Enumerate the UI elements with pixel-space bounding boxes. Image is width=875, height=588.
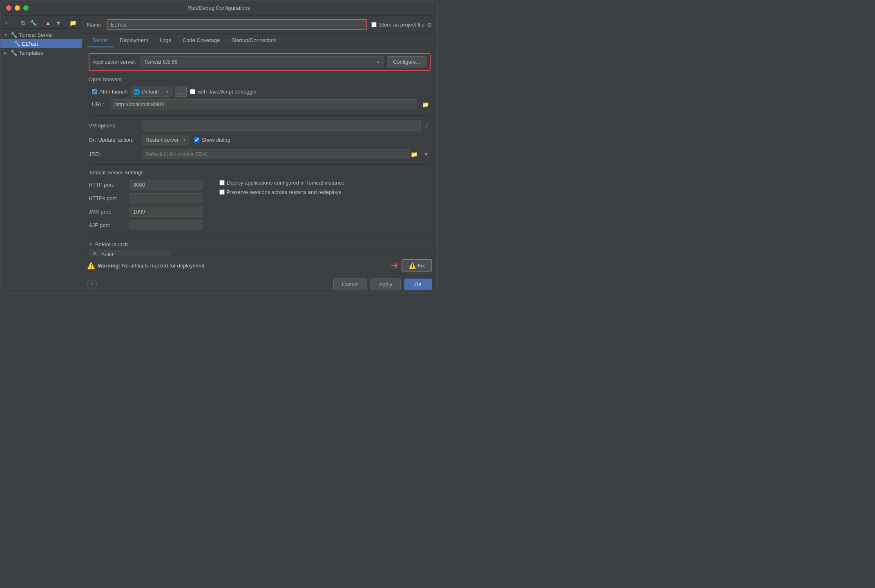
- sidebar-toolbar: + − ⧉ 🔧 ▲ ▼ 📁 ⇅: [0, 18, 82, 29]
- templates-expand-arrow: ▶: [4, 51, 10, 55]
- url-folder-icon[interactable]: 📁: [420, 100, 431, 109]
- js-debugger-checkbox[interactable]: [190, 89, 195, 94]
- move-down-button[interactable]: ▼: [54, 19, 63, 27]
- app-server-select[interactable]: Tomcat 8.5.65: [141, 56, 384, 67]
- show-dialog-checkbox[interactable]: [194, 137, 199, 143]
- warning-icon: ⚠️: [87, 262, 95, 270]
- jre-label: JRE:: [89, 151, 142, 157]
- deploy-tomcat-text: Deploy applications configured in Tomcat…: [227, 180, 344, 186]
- show-dialog-label[interactable]: Show dialog: [194, 137, 230, 143]
- browser-select-wrapper: 🌐 Default ▼: [131, 87, 172, 97]
- https-port-input[interactable]: [129, 193, 203, 203]
- remove-config-button[interactable]: −: [11, 19, 18, 27]
- arrow-indicator: ➜: [390, 260, 398, 271]
- update-action-row: On 'Update' action: Restart server ▼ Sho…: [89, 135, 431, 145]
- url-label: URL:: [92, 101, 108, 107]
- close-button[interactable]: [6, 5, 11, 11]
- sidebar-item-tomcat-server[interactable]: ▼ 🔧 Tomcat Server: [0, 30, 82, 39]
- jre-input[interactable]: [142, 149, 409, 159]
- tab-startup-connection[interactable]: Startup/Connection: [225, 34, 282, 47]
- http-port-label: HTTP port:: [89, 182, 129, 188]
- ports-left: HTTP port: HTTPs port: JMX port:: [89, 180, 203, 230]
- tomcat-icon: 🔧: [10, 31, 17, 38]
- name-label: Name:: [87, 22, 103, 28]
- http-port-row: HTTP port:: [89, 180, 203, 190]
- jre-dropdown-button[interactable]: ▼: [422, 150, 431, 158]
- copy-config-button[interactable]: ⧉: [19, 19, 27, 27]
- ports-grid: HTTP port: HTTPs port: JMX port:: [89, 180, 431, 230]
- warning-bar: ⚠️ Warning: No artifacts marked for depl…: [82, 256, 437, 275]
- http-port-input[interactable]: [129, 180, 203, 190]
- fix-button[interactable]: ⚠️ Fix: [402, 259, 432, 272]
- folder-button[interactable]: 📁: [68, 19, 78, 27]
- open-browser-section: Open browser After launch 🌐 Default ▼: [89, 76, 431, 109]
- build-label: Build: [101, 252, 113, 256]
- vm-options-input[interactable]: [142, 120, 421, 131]
- tab-logs[interactable]: Logs: [154, 34, 177, 47]
- sidebar: + − ⧉ 🔧 ▲ ▼ 📁 ⇅ ▼ 🔧 Tomcat Server 🔧: [0, 16, 82, 294]
- jre-folder-button[interactable]: 📁: [409, 150, 419, 158]
- apply-button[interactable]: Apply: [371, 278, 401, 290]
- js-debugger-label[interactable]: with JavaScript debugger: [190, 89, 257, 95]
- fix-icon: ⚠️: [409, 262, 416, 269]
- ajp-port-input[interactable]: [129, 220, 203, 230]
- jre-wrapper: [142, 149, 409, 159]
- sidebar-item-eltest[interactable]: 🔧 ELTest: [0, 39, 82, 48]
- move-up-button[interactable]: ▲: [43, 19, 52, 27]
- after-launch-checkbox[interactable]: [92, 89, 97, 94]
- wrench-button[interactable]: 🔧: [28, 19, 38, 27]
- deploy-tomcat-label[interactable]: Deploy applications configured in Tomcat…: [219, 180, 344, 186]
- app-server-label: Application server:: [93, 59, 136, 65]
- templates-icon: 🔧: [10, 49, 17, 56]
- browser-row: After launch 🌐 Default ▼ ... wit: [89, 87, 431, 97]
- fix-label: Fix: [418, 263, 425, 269]
- update-action-select-wrapper: Restart server ▼: [142, 135, 189, 145]
- jre-buttons: 📁 ▼: [409, 150, 431, 158]
- vm-options-expand-button[interactable]: ⤢: [422, 122, 431, 130]
- jmx-port-row: JMX port:: [89, 207, 203, 217]
- warning-label: Warning:: [98, 263, 121, 269]
- tab-server[interactable]: Server: [87, 34, 114, 47]
- after-launch-label: After launch: [99, 89, 127, 95]
- url-row: URL: 📁: [89, 99, 431, 109]
- tomcat-settings-title: Tomcat Server Settings: [89, 169, 431, 176]
- update-action-select[interactable]: Restart server: [142, 135, 189, 145]
- divider-2: [89, 164, 431, 165]
- tomcat-settings-section: Tomcat Server Settings HTTP port: HTTPs …: [89, 169, 431, 230]
- gear-icon[interactable]: ⚙: [427, 22, 432, 28]
- url-input[interactable]: [112, 99, 417, 109]
- ellipsis-button[interactable]: ...: [175, 87, 187, 97]
- store-project-checkbox[interactable]: [371, 22, 377, 27]
- after-launch-checkbox-label[interactable]: After launch: [92, 89, 127, 95]
- minimize-button[interactable]: [15, 5, 20, 11]
- before-launch-header[interactable]: ▼ Before launch: [89, 241, 431, 247]
- tab-deployment[interactable]: Deployment: [114, 34, 154, 47]
- ok-button[interactable]: OK: [404, 278, 432, 290]
- open-browser-title: Open browser: [89, 76, 431, 82]
- config-panel: Application server: Tomcat 8.5.65 ▼ Conf…: [82, 47, 437, 256]
- deploy-tomcat-checkbox[interactable]: [219, 180, 225, 185]
- warning-text: Warning: No artifacts marked for deploym…: [98, 263, 205, 269]
- preserve-sessions-checkbox[interactable]: [219, 189, 225, 195]
- name-input[interactable]: [107, 20, 366, 29]
- before-launch-arrow: ▼: [89, 242, 93, 247]
- tab-code-coverage[interactable]: Code Coverage: [177, 34, 225, 47]
- bottom-bar: ? Cancel Apply OK: [82, 275, 437, 294]
- jmx-port-label: JMX port:: [89, 209, 129, 215]
- name-bar: Name: Store as project file ⚙: [82, 16, 437, 34]
- right-panel: Name: Store as project file ⚙ Server Dep…: [82, 16, 437, 294]
- maximize-button[interactable]: [23, 5, 29, 11]
- preserve-sessions-label[interactable]: Preserve sessions across restarts and re…: [219, 189, 344, 195]
- before-launch-label: Before launch: [95, 241, 128, 247]
- window-title: Run/Debug Configurations: [188, 5, 250, 11]
- cancel-button[interactable]: Cancel: [333, 278, 367, 290]
- help-button[interactable]: ?: [87, 280, 97, 290]
- configure-button[interactable]: Configure...: [387, 56, 426, 67]
- vm-options-label: VM options:: [89, 122, 142, 129]
- add-config-button[interactable]: +: [3, 19, 9, 27]
- name-input-wrapper: [107, 19, 367, 30]
- jmx-port-input[interactable]: [129, 207, 203, 217]
- show-dialog-text: Show dialog: [201, 137, 230, 143]
- bottom-actions: Cancel Apply OK: [333, 278, 432, 290]
- sidebar-item-templates[interactable]: ▶ 🔧 Templates: [0, 48, 82, 57]
